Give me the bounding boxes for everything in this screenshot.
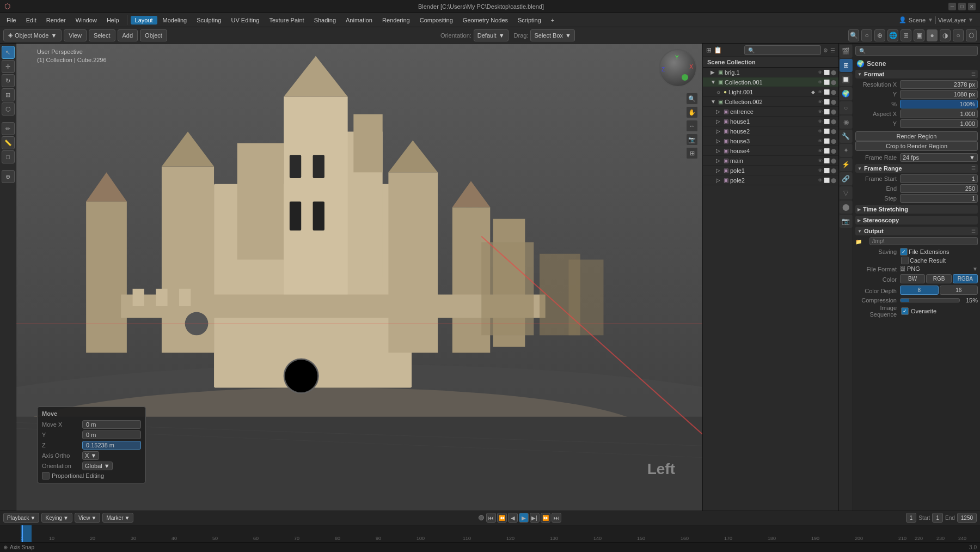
workspace-rendering[interactable]: Rendering [378,16,414,25]
close-button[interactable]: ✕ [968,3,976,10]
add-menu[interactable]: Add [118,29,138,41]
entrence-eye[interactable]: 👁 [818,109,823,114]
render-tab[interactable]: 🎬 [840,45,853,58]
navigation-gizmo[interactable]: X Y Z [659,49,697,87]
outliner-item-pole2[interactable]: ▷ ▣ pole2 👁 ⬜ ⬤ [703,175,838,185]
house2-render[interactable]: ⬤ [831,129,836,134]
object-tab[interactable]: ◉ [840,116,853,129]
outliner-item-collection001[interactable]: ▼ ▣ Collection.001 👁 ⬜ ⬤ [703,77,838,87]
pan-button[interactable]: ↔ [686,120,698,132]
start-frame-input[interactable]: 1 [932,513,943,523]
col001-camera[interactable]: ⬜ [824,80,830,85]
play-button[interactable]: ▶ [519,513,529,523]
workspace-layout[interactable]: Layout [131,16,157,25]
minimize-button[interactable]: ─ [948,3,956,10]
menu-file[interactable]: File [2,16,21,25]
house3-camera[interactable]: ⬜ [824,138,830,144]
shading-rendered[interactable]: ○ [953,29,964,41]
main-render[interactable]: ⬤ [831,158,836,163]
format-section-header[interactable]: ▼ Format ☰ [855,70,978,78]
outliner-item-pole1[interactable]: ▷ ▣ pole1 👁 ⬜ ⬤ [703,166,838,175]
outliner-filter-icon[interactable]: ⚙ [823,47,828,53]
end-frame-input[interactable]: 1250 [957,513,977,523]
col001-render[interactable]: ⬤ [831,80,836,85]
output-path-field[interactable]: /tmp\ [869,237,978,245]
entrence-camera[interactable]: ⬜ [824,109,830,114]
outliner-item-house1[interactable]: ▷ ▣ house1 👁 ⬜ ⬤ [703,117,838,126]
frame-start-value[interactable]: 1 [900,174,978,183]
col002-eye[interactable]: 👁 [818,99,823,105]
jump-end-button[interactable]: ⏭ [552,513,561,523]
light001-eye[interactable]: 👁 [818,89,823,95]
outliner-item-house3[interactable]: ▷ ▣ house3 👁 ⬜ ⬤ [703,136,838,146]
origin-tool[interactable]: ⊕ [2,170,15,183]
orientation-selector[interactable]: Default ▼ [474,29,509,41]
file-format-selector[interactable]: 🖼 PNG ▼ [900,265,978,272]
compression-bar[interactable] [900,298,960,302]
outliner-search-input[interactable] [744,45,821,55]
main-camera[interactable]: ⬜ [824,158,830,163]
object-menu[interactable]: Object [140,29,167,41]
workspace-shading[interactable]: Shading [310,16,340,25]
rotate-tool[interactable]: ↻ [2,74,15,87]
output-opts[interactable]: ☰ [971,228,976,234]
res-x-value[interactable]: 2378 px [900,80,978,89]
overlay-button[interactable]: ⊞ [901,29,911,41]
pole2-render[interactable]: ⬤ [831,178,836,183]
outliner-item-entrence[interactable]: ▷ ▣ entrence 👁 ⬜ ⬤ [703,107,838,117]
render-region-btn[interactable]: Render Region [855,131,978,141]
time-stretching-header[interactable]: ▶ Time Stretching [855,205,978,214]
viewport-layers[interactable]: ⊞ [686,147,698,159]
pole1-camera[interactable]: ⬜ [824,168,830,173]
house2-camera[interactable]: ⬜ [824,129,830,134]
workspace-sculpting[interactable]: Sculpting [192,16,225,25]
xray-button[interactable]: ▣ [914,29,924,41]
transform-tool[interactable]: ⬡ [2,102,15,116]
modifier-tab[interactable]: 🔧 [840,130,853,143]
viewport-3d[interactable]: User Perspective (1) Collection | Cube.2… [16,44,702,511]
workspace-compositing[interactable]: Compositing [415,16,457,25]
frame-range-header[interactable]: ▼ Frame Range ☰ [855,164,978,173]
move-y-value[interactable]: 0 m [82,430,141,439]
outliner-item-house2[interactable]: ▷ ▣ house2 👁 ⬜ ⬤ [703,126,838,136]
frame-end-value[interactable]: 250 [900,184,978,193]
measure-tool[interactable]: 📏 [2,136,15,149]
scale-tool[interactable]: ⊞ [2,88,15,101]
menu-edit[interactable]: Edit [22,16,41,25]
light001-render[interactable]: ⬤ [831,89,836,95]
main-eye[interactable]: 👁 [818,158,823,163]
frame-step-value[interactable]: 1 [900,194,978,203]
cursor-tool[interactable]: ↖ [2,46,15,59]
col001-eye[interactable]: 👁 [818,80,823,85]
constraints-tab[interactable]: 🔗 [840,172,853,185]
outliner-item-brig1[interactable]: ▶ ▣ brig.1 👁 ⬜ ⬤ [703,68,838,77]
view-layer-tab[interactable]: 🔲 [840,73,853,86]
outliner-sort-icon[interactable]: ☰ [830,47,835,53]
marker-menu[interactable]: Marker ▼ [102,513,133,523]
current-frame-display[interactable]: 1 [906,513,917,523]
world-tab[interactable]: ○ [840,101,853,114]
color-rgba-btn[interactable]: RGBA [953,274,978,283]
stereoscopy-header[interactable]: ▶ Stereoscopy [855,216,978,225]
pole2-camera[interactable]: ⬜ [824,178,830,183]
house1-render[interactable]: ⬤ [831,119,836,124]
pole1-render[interactable]: ⬤ [831,168,836,173]
props-search-input[interactable] [855,46,978,56]
workspace-texture-paint[interactable]: Texture Paint [265,16,308,25]
view-menu[interactable]: View ▼ [75,513,100,523]
house4-render[interactable]: ⬤ [831,148,836,154]
menu-render[interactable]: Render [42,16,70,25]
nav-sphere[interactable]: X Y Z [659,49,697,87]
outliner-item-house4[interactable]: ▷ ▣ house4 👁 ⬜ ⬤ [703,146,838,156]
color-rgb-btn[interactable]: RGB [926,274,951,283]
col002-camera[interactable]: ⬜ [824,99,830,105]
outliner-item-light001[interactable]: ☼ ● Light.001 ◆ 👁 ⬜ ⬤ [703,87,838,97]
house3-eye[interactable]: 👁 [818,138,823,144]
shading-solid[interactable]: ● [927,29,938,41]
maximize-button[interactable]: □ [958,3,966,10]
select-menu[interactable]: Select [89,29,115,41]
pole1-eye[interactable]: 👁 [818,168,823,173]
move-x-value[interactable]: 0 m [82,420,141,429]
add-cube-tool[interactable]: □ [2,150,15,163]
aspect-x-value[interactable]: 1.000 [900,110,978,118]
